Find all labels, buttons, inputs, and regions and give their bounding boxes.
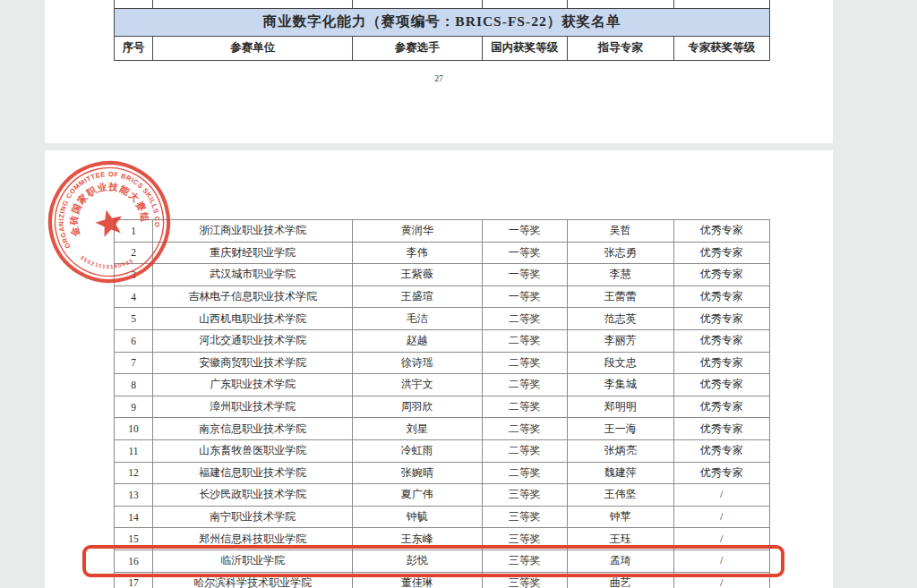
table-row: 6河北交通职业技术学院赵越二等奖李丽芳优秀专家 — [115, 329, 770, 352]
cell-domestic-award: 二等奖 — [482, 329, 567, 352]
cell-player: 刘星 — [353, 418, 483, 440]
cell-expert-award: 优秀专家 — [673, 396, 769, 418]
document-page-27: 商业数字化能力（赛项编号：BRICS-FS-22）获奖名单 序号 参赛单位 参赛… — [45, 0, 833, 143]
cell-player: 李伟 — [353, 242, 483, 264]
cell-no: 15 — [115, 528, 153, 550]
cell-expert: 李慧 — [568, 264, 673, 286]
table-row: 9漳州职业技术学院周羽欣二等奖郑明明优秀专家 — [115, 396, 770, 418]
cell-player: 彭悦 — [353, 550, 483, 572]
cell-expert-award: 优秀专家 — [673, 329, 769, 352]
cell-domestic-award: 三等奖 — [482, 506, 567, 528]
table-row: 7安徽商贸职业技术学院徐诗瑶二等奖段文忠优秀专家 — [115, 352, 770, 374]
table-row: 4吉林电子信息职业技术学院王盛瑄一等奖王蕾蕾优秀专家 — [115, 285, 770, 308]
table-row: 16临沂职业学院彭悦三等奖孟琦/ — [115, 550, 770, 572]
cell-player: 王东峰 — [353, 528, 483, 550]
cell-expert: 郑明明 — [568, 396, 673, 418]
cell-domestic-award: 三等奖 — [482, 484, 567, 507]
cell-unit: 安徽商贸职业技术学院 — [153, 352, 353, 374]
cell-player: 周羽欣 — [353, 396, 483, 418]
cell-no: 13 — [115, 484, 153, 507]
cell-expert-award: 优秀专家 — [673, 308, 769, 330]
cell-player: 毛洁 — [353, 308, 483, 330]
cell-expert: 张志勇 — [568, 242, 673, 264]
cell-expert-award: / — [673, 506, 769, 528]
cell-no: 12 — [115, 462, 153, 484]
cell-unit: 哈尔滨科学技术职业学院 — [153, 572, 353, 588]
cell-unit: 山西机电职业技术学院 — [153, 308, 353, 330]
page-number: 27 — [45, 74, 833, 83]
cell-no: 7 — [115, 352, 153, 374]
cell-player: 冷虹雨 — [353, 439, 483, 462]
cell-expert-award: 优秀专家 — [673, 352, 769, 374]
cell-no: 17 — [115, 572, 153, 588]
cell-unit: 长沙民政职业技术学院 — [153, 484, 353, 507]
cell-domestic-award: 三等奖 — [482, 528, 567, 550]
column-header-player: 参赛选手 — [353, 36, 483, 60]
cell-domestic-award: 一等奖 — [482, 264, 567, 286]
table-row: 12福建信息职业技术学院张婉晴二等奖魏建萍优秀专家 — [115, 462, 770, 484]
cell-domestic-award: 二等奖 — [482, 462, 567, 484]
cell-no: 14 — [115, 506, 153, 528]
table-row: 8广东职业技术学院洪宇文二等奖李集城优秀专家 — [115, 374, 770, 396]
cell-player: 徐诗瑶 — [353, 352, 483, 374]
cell-player: 钟毓 — [353, 506, 483, 528]
cell-unit: 郑州信息科技职业学院 — [153, 528, 353, 550]
table-title-row: 商业数字化能力（赛项编号：BRICS-FS-22）获奖名单 — [115, 8, 770, 36]
cell-player: 夏广伟 — [353, 484, 483, 507]
cell-expert: 王珏 — [568, 528, 673, 550]
table-row: 1浙江商业职业技术学院黄润华一等奖吴哲优秀专家 — [115, 220, 770, 243]
cell-domestic-award: 二等奖 — [482, 396, 567, 418]
cell-player: 洪宇文 — [353, 374, 483, 396]
cell-no: 11 — [115, 439, 153, 462]
cell-unit: 南京信息职业技术学院 — [153, 418, 353, 440]
partial-cell — [673, 0, 769, 8]
cell-expert: 吴哲 — [568, 220, 673, 243]
table-title: 商业数字化能力（赛项编号：BRICS-FS-22）获奖名单 — [115, 8, 770, 36]
cell-expert-award: 优秀专家 — [673, 220, 769, 243]
cell-expert-award: / — [673, 528, 769, 550]
cell-no: 1 — [115, 220, 153, 243]
table-row: 13长沙民政职业技术学院夏广伟三等奖王伟坚/ — [115, 484, 770, 507]
cell-expert-award: / — [673, 484, 769, 507]
partial-cell — [482, 0, 567, 8]
table-row: 3武汉城市职业学院王紫薇一等奖李慧优秀专家 — [115, 264, 770, 286]
award-table-header: 商业数字化能力（赛项编号：BRICS-FS-22）获奖名单 序号 参赛单位 参赛… — [114, 0, 770, 61]
award-table-body: 1浙江商业职业技术学院黄润华一等奖吴哲优秀专家2重庆财经职业学院李伟一等奖张志勇… — [114, 219, 770, 588]
cell-expert: 范志英 — [568, 308, 673, 330]
cell-no: 4 — [115, 285, 153, 308]
cell-expert: 孟琦 — [568, 550, 673, 572]
cell-unit: 重庆财经职业学院 — [153, 242, 353, 264]
cell-unit: 浙江商业职业技术学院 — [153, 220, 353, 243]
cell-domestic-award: 二等奖 — [482, 352, 567, 374]
column-header-domestic-award: 国内获奖等级 — [482, 36, 567, 60]
cell-expert: 曲艺 — [568, 572, 673, 588]
cell-expert: 李丽芳 — [568, 329, 673, 352]
cell-player: 王紫薇 — [353, 264, 483, 286]
cell-unit: 漳州职业技术学院 — [153, 396, 353, 418]
cell-expert: 钟苹 — [568, 506, 673, 528]
cell-unit: 临沂职业学院 — [153, 550, 353, 572]
cell-player: 董佳琳 — [353, 572, 483, 588]
cell-domestic-award: 三等奖 — [482, 550, 567, 572]
partial-cell — [115, 0, 153, 8]
cell-no: 10 — [115, 418, 153, 440]
table-row: 10南京信息职业技术学院刘星二等奖王一海优秀专家 — [115, 418, 770, 440]
column-header-expert-award: 专家获奖等级 — [673, 36, 769, 60]
cell-unit: 吉林电子信息职业技术学院 — [153, 285, 353, 308]
cell-no: 6 — [115, 329, 153, 352]
cell-unit: 福建信息职业技术学院 — [153, 462, 353, 484]
cell-expert-award: 优秀专家 — [673, 374, 769, 396]
cell-no: 2 — [115, 242, 153, 264]
partial-cell — [353, 0, 483, 8]
column-header-unit: 参赛单位 — [153, 36, 353, 60]
cell-domestic-award: 二等奖 — [482, 308, 567, 330]
table-header-row: 序号 参赛单位 参赛选手 国内获奖等级 指导专家 专家获奖等级 — [115, 36, 770, 60]
table-row: 2重庆财经职业学院李伟一等奖张志勇优秀专家 — [115, 242, 770, 264]
cell-player: 赵越 — [353, 329, 483, 352]
cell-unit: 河北交通职业技术学院 — [153, 329, 353, 352]
cell-no: 16 — [115, 550, 153, 572]
cell-unit: 南宁职业技术学院 — [153, 506, 353, 528]
cell-expert-award: / — [673, 572, 769, 588]
cell-expert-award: 优秀专家 — [673, 242, 769, 264]
cell-domestic-award: 二等奖 — [482, 374, 567, 396]
